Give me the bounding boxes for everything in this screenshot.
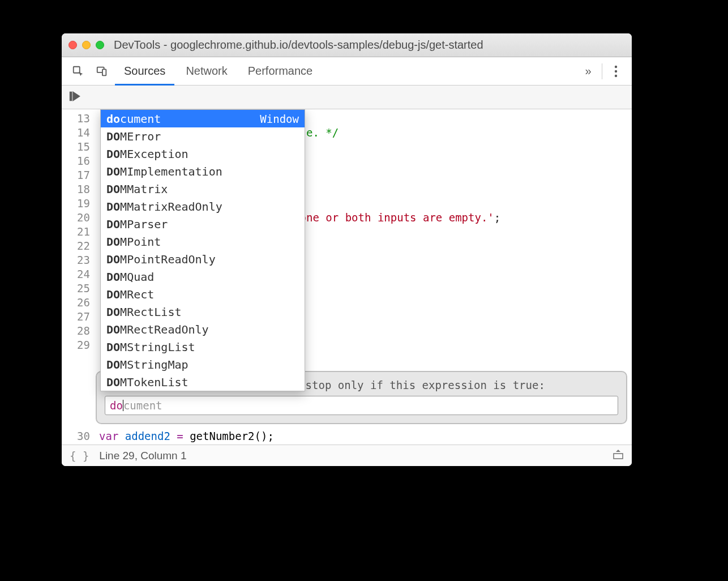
svg-point-3 (615, 65, 617, 67)
autocomplete-item[interactable]: DOMPointReadOnly (101, 250, 305, 268)
line-number[interactable]: 15 (62, 140, 90, 154)
line-number[interactable]: 16 (62, 154, 90, 168)
code-string: : one or both inputs are empty.' (287, 211, 494, 224)
window-title: DevTools - googlechrome.github.io/devtoo… (114, 39, 483, 52)
code-line-30: 30 var addend2 = getNumber2(); (62, 429, 632, 443)
line-number[interactable]: 14 (62, 126, 90, 140)
autocomplete-item[interactable]: DOMException (101, 145, 305, 163)
line-number[interactable]: 21 (62, 225, 90, 239)
svg-point-4 (615, 70, 617, 72)
autocomplete-item[interactable]: DOMImplementation (101, 163, 305, 180)
input-ghost-text: cument (123, 399, 162, 412)
autocomplete-item[interactable]: DOMError (101, 127, 305, 145)
tab-sources[interactable]: Sources (114, 57, 175, 85)
svg-point-5 (615, 74, 617, 76)
svg-rect-6 (70, 92, 72, 100)
line-number[interactable]: 18 (62, 182, 90, 196)
tab-network[interactable]: Network (175, 57, 237, 85)
autocomplete-item[interactable]: DOMMatrixReadOnly (101, 198, 305, 215)
resume-script-icon[interactable] (68, 90, 81, 105)
line-number[interactable]: 28 (62, 324, 90, 338)
line-number[interactable]: 26 (62, 296, 90, 310)
autocomplete-item[interactable]: DOMTokenList (101, 373, 305, 391)
conditional-breakpoint-input[interactable]: document (105, 396, 618, 415)
inspect-element-icon[interactable] (66, 65, 90, 78)
autocomplete-item[interactable]: DOMRect (101, 285, 305, 303)
autocomplete-item[interactable]: DOMStringMap (101, 356, 305, 373)
line-number[interactable]: 27 (62, 310, 90, 324)
line-number[interactable]: 13 (62, 112, 90, 126)
customize-menu-icon[interactable] (605, 65, 627, 78)
titlebar: DevTools - googlechrome.github.io/devtoo… (62, 33, 632, 57)
tabbar: Sources Network Performance » (62, 57, 632, 86)
input-typed-text: do (110, 399, 123, 412)
line-gutter[interactable]: 13 14 15 16 17 18 19 20 21 22 23 24 25 2… (62, 109, 96, 445)
line-number[interactable]: 17 (62, 168, 90, 182)
device-toolbar-icon[interactable] (90, 65, 114, 78)
sources-toolbar (62, 86, 632, 109)
line-number[interactable]: 30 (62, 429, 96, 443)
line-number[interactable]: 24 (62, 267, 90, 281)
tab-sources-label: Sources (124, 65, 165, 78)
tab-performance-label: Performance (248, 65, 313, 78)
autocomplete-type-hint: Window (260, 113, 299, 125)
autocomplete-item[interactable]: DOMRectList (101, 303, 305, 321)
show-drawer-icon[interactable] (613, 448, 624, 463)
autocomplete-item[interactable]: DOMStringList (101, 338, 305, 356)
minimize-icon[interactable] (82, 41, 91, 49)
statusbar: { } Line 29, Column 1 (62, 445, 632, 466)
autocomplete-item[interactable]: DOMRectReadOnly (101, 321, 305, 338)
line-number[interactable]: 23 (62, 253, 90, 267)
line-number[interactable]: 19 (62, 196, 90, 211)
autocomplete-popup: documentWindowDOMErrorDOMExceptionDOMImp… (100, 109, 305, 391)
code-editor[interactable]: 13 14 15 16 17 18 19 20 21 22 23 24 25 2… (62, 109, 632, 445)
pretty-print-icon[interactable]: { } (70, 450, 89, 462)
more-tabs-icon[interactable]: » (577, 65, 599, 78)
devtools-window: DevTools - googlechrome.github.io/devtoo… (62, 33, 632, 466)
line-number[interactable]: 20 (62, 211, 90, 225)
line-number[interactable]: 22 (62, 239, 90, 253)
line-number[interactable]: 29 (62, 338, 90, 352)
cursor-position: Line 29, Column 1 (99, 450, 186, 462)
close-icon[interactable] (68, 41, 77, 49)
tab-network-label: Network (186, 65, 227, 78)
tab-performance[interactable]: Performance (238, 57, 323, 85)
autocomplete-item[interactable]: DOMQuad (101, 268, 305, 285)
separator (602, 63, 602, 79)
maximize-icon[interactable] (96, 41, 104, 49)
autocomplete-item[interactable]: DOMPoint (101, 233, 305, 250)
svg-rect-7 (614, 454, 623, 459)
svg-rect-2 (102, 69, 106, 75)
line-number[interactable]: 25 (62, 281, 90, 296)
autocomplete-item[interactable]: DOMMatrix (101, 180, 305, 198)
autocomplete-item[interactable]: documentWindow (101, 110, 305, 127)
autocomplete-item[interactable]: DOMParser (101, 215, 305, 233)
